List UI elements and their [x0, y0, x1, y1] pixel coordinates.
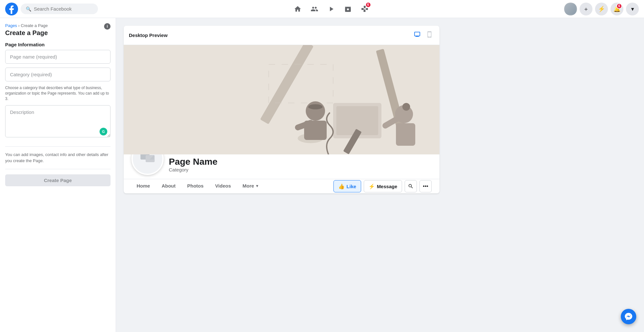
friends-nav-button[interactable] [307, 1, 322, 17]
main-layout: Pages › Create a Page Create a Page i Pa… [0, 18, 644, 332]
search-icon: 🔍 [26, 6, 31, 12]
page-profile-area: Page Name Category [124, 154, 439, 179]
svg-rect-8 [308, 106, 322, 108]
gaming-badge: 6 [365, 2, 371, 8]
category-input[interactable] [5, 68, 111, 81]
messenger-button[interactable]: ⚡ [595, 3, 608, 15]
page-info: Page Name Category [169, 157, 217, 175]
info-icon[interactable]: i [104, 23, 111, 30]
cover-photo [124, 45, 439, 154]
like-icon: 👍 [338, 183, 345, 189]
desktop-view-button[interactable] [412, 30, 422, 41]
notifications-button[interactable]: 🔔 6 [610, 3, 623, 15]
message-icon: ⚡ [369, 183, 375, 189]
nav-center: 6 [101, 1, 562, 17]
main-content: Desktop Preview [116, 18, 644, 332]
description-wrapper: G [5, 105, 111, 139]
topnav-right: ＋ ⚡ 🔔 6 ▾ [564, 3, 639, 15]
sidebar-footer: You can add images, contact info and oth… [5, 146, 111, 186]
preview-card: Desktop Preview [124, 26, 439, 193]
page-nav-about[interactable]: About [157, 179, 181, 193]
top-navigation: 🔍 6 [0, 0, 644, 18]
page-nav-videos[interactable]: Videos [210, 179, 236, 193]
page-title: Create a Page [5, 29, 111, 37]
more-actions-button[interactable]: ••• [419, 180, 432, 192]
preview-page-name: Page Name [169, 157, 217, 167]
breadcrumb-pages-link[interactable]: Pages [5, 23, 17, 28]
watch-nav-button[interactable] [323, 1, 339, 17]
svg-rect-13 [396, 123, 415, 146]
add-button[interactable]: ＋ [580, 3, 592, 15]
breadcrumb: Pages › Create a Page [5, 23, 111, 28]
notifications-badge: 6 [616, 3, 622, 9]
page-search-button[interactable] [405, 180, 417, 192]
marketplace-nav-button[interactable] [340, 1, 356, 17]
avatar[interactable] [564, 3, 577, 15]
category-hint: Choose a category that describes what ty… [5, 85, 111, 101]
footer-text: You can add images, contact info and oth… [5, 152, 111, 163]
search-bar[interactable]: 🔍 [21, 4, 98, 14]
more-chevron-icon: ▾ [256, 184, 258, 188]
preview-header-title: Desktop Preview [129, 32, 168, 38]
create-page-sidebar: Pages › Create a Page Create a Page i Pa… [0, 18, 116, 332]
preview-header: Desktop Preview [124, 26, 439, 45]
preview-view-buttons [412, 30, 434, 41]
page-name-input[interactable] [5, 50, 111, 64]
messenger-fab-button[interactable] [621, 309, 636, 324]
page-nav-photos[interactable]: Photos [182, 179, 209, 193]
page-navigation: Home About Photos Videos More ▾ 👍 Like ⚡ [124, 179, 439, 193]
like-button[interactable]: 👍 Like [333, 180, 361, 192]
search-input[interactable] [34, 6, 93, 12]
create-page-button[interactable]: Create Page [5, 174, 111, 186]
page-nav-items: Home About Photos Videos More ▾ [131, 179, 263, 193]
home-nav-button[interactable] [290, 1, 305, 17]
page-nav-more[interactable]: More ▾ [237, 179, 263, 193]
svg-point-12 [402, 103, 410, 111]
page-nav-home[interactable]: Home [131, 179, 155, 193]
page-action-buttons: 👍 Like ⚡ Message ••• [333, 180, 432, 192]
gaming-nav-button[interactable]: 6 [357, 1, 372, 17]
preview-page-category: Category [169, 167, 217, 172]
message-button[interactable]: ⚡ Message [364, 180, 402, 192]
facebook-logo[interactable] [5, 3, 18, 15]
account-menu-button[interactable]: ▾ [626, 3, 639, 15]
description-input[interactable] [5, 105, 111, 137]
section-title: Page Information [5, 42, 111, 47]
mobile-view-button[interactable] [425, 30, 434, 41]
